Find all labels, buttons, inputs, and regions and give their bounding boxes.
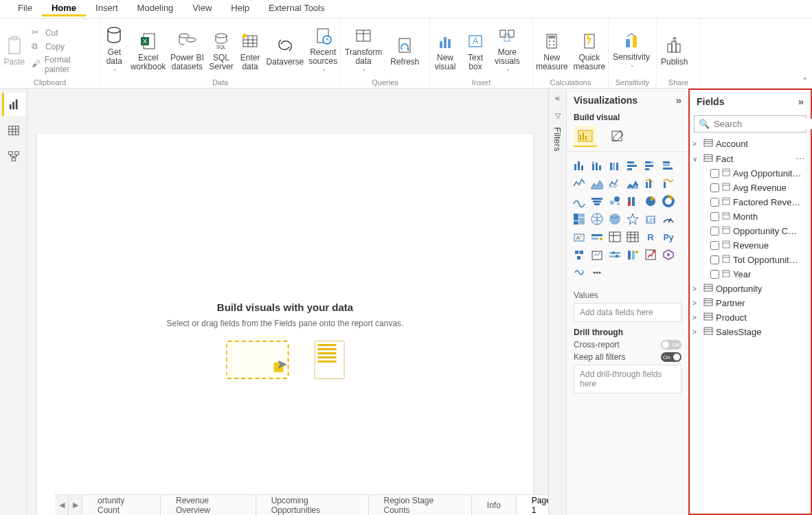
new-measure-button[interactable]: New measure	[533, 27, 571, 71]
text-box-button[interactable]: AText box	[460, 27, 490, 71]
viz-type-2[interactable]	[607, 157, 623, 174]
publish-button[interactable]: Publish	[657, 32, 692, 67]
viz-type-24[interactable]: Aᵀ	[571, 229, 587, 245]
data-view-button[interactable]	[2, 119, 25, 142]
tab-scroll-right[interactable]: ▶	[69, 495, 82, 515]
dataverse-button[interactable]: Dataverse	[264, 32, 306, 67]
field-revenue[interactable]: Revenue	[692, 238, 808, 253]
viz-type-28[interactable]: R	[642, 229, 659, 245]
fields-search-input[interactable]	[714, 119, 812, 129]
viz-type-23[interactable]	[660, 211, 677, 227]
viz-type-10[interactable]	[642, 175, 659, 192]
viz-type-36[interactable]	[571, 264, 587, 281]
page-tab-3[interactable]: Region Stage Counts	[369, 495, 472, 515]
drill-drop-zone[interactable]: Add drill-through fields here	[574, 365, 681, 393]
field-year[interactable]: Year	[692, 267, 808, 282]
format-painter-button[interactable]: 🖌Format painter	[29, 54, 97, 76]
sql-server-button[interactable]: SQLSQL Server	[206, 27, 236, 71]
viz-type-7[interactable]	[589, 175, 605, 192]
viz-type-32[interactable]	[607, 247, 623, 263]
viz-type-33[interactable]	[624, 247, 641, 263]
table-product[interactable]: >Product	[692, 310, 808, 325]
quick-measure-button[interactable]: Quick measure	[571, 27, 609, 71]
viz-type-0[interactable]	[571, 157, 587, 174]
viz-type-30[interactable]	[571, 247, 587, 263]
recent-sources-button[interactable]: Recent sources	[306, 22, 340, 76]
viz-type-22[interactable]: 123	[642, 211, 659, 227]
pbi-datasets-button[interactable]: Power BI datasets	[168, 27, 207, 71]
menu-insert[interactable]: Insert	[86, 0, 128, 14]
page-tab-4[interactable]: Info	[472, 495, 517, 515]
new-visual-button[interactable]: New visual	[430, 27, 460, 71]
viz-type-29[interactable]: Py	[660, 229, 677, 245]
get-data-button[interactable]: Get data	[100, 22, 128, 76]
viz-type-25[interactable]	[589, 229, 605, 245]
viz-type-26[interactable]	[607, 229, 623, 245]
page-tab-1[interactable]: Revenue Overview	[161, 495, 256, 515]
table-salesstage[interactable]: >SalesStage	[692, 325, 808, 339]
table-account[interactable]: >Account	[692, 137, 808, 151]
fields-collapse-button[interactable]: »	[798, 95, 804, 107]
viz-type-13[interactable]	[589, 193, 605, 209]
viz-type-5[interactable]	[660, 157, 677, 174]
viz-type-34[interactable]	[642, 247, 659, 263]
viz-collapse-button[interactable]: »	[676, 94, 681, 106]
report-view-button[interactable]	[2, 93, 25, 116]
model-view-button[interactable]	[2, 145, 25, 168]
viz-type-31[interactable]	[589, 247, 605, 263]
viz-type-4[interactable]	[642, 157, 659, 174]
viz-type-16[interactable]	[642, 193, 659, 209]
viz-type-27[interactable]	[624, 229, 641, 245]
viz-type-12[interactable]	[571, 193, 587, 209]
copy-button[interactable]: ⧉Copy	[29, 40, 97, 54]
filters-pane-collapsed[interactable]: « ▽ Filters	[548, 89, 566, 515]
viz-type-11[interactable]	[660, 175, 677, 192]
sensitivity-button[interactable]: Sensitivity	[609, 27, 654, 72]
menu-home[interactable]: Home	[42, 0, 86, 16]
cross-report-toggle[interactable]: Off	[661, 340, 681, 350]
page-tab-5[interactable]: Page 1	[517, 495, 548, 515]
menu-external-tools[interactable]: External Tools	[259, 0, 334, 14]
format-visual-tab[interactable]	[607, 126, 630, 147]
report-canvas[interactable]: Build visuals with your data Select or d…	[37, 134, 533, 515]
table-opportunity[interactable]: >Opportunity	[692, 282, 808, 296]
viz-type-3[interactable]	[624, 157, 641, 174]
menu-help[interactable]: Help	[221, 0, 259, 14]
more-visuals-button[interactable]: More visuals	[490, 22, 524, 76]
transform-data-button[interactable]: Transform data	[341, 22, 386, 76]
fields-search[interactable]: 🔍	[694, 115, 807, 133]
cut-button[interactable]: ✂Cut	[29, 26, 97, 40]
viz-type-8[interactable]	[607, 175, 623, 192]
page-tab-2[interactable]: Upcoming Opportunities	[256, 495, 369, 515]
table-partner[interactable]: >Partner	[692, 296, 808, 310]
viz-type-21[interactable]	[624, 211, 641, 227]
viz-type-18[interactable]	[571, 211, 587, 227]
viz-type-20[interactable]	[607, 211, 623, 227]
viz-type-14[interactable]	[607, 193, 623, 209]
viz-type-37[interactable]	[589, 264, 605, 281]
viz-type-6[interactable]	[571, 175, 587, 192]
menu-view[interactable]: View	[183, 0, 221, 14]
viz-type-35[interactable]	[660, 247, 677, 263]
page-tab-0[interactable]: ortunity Count	[82, 495, 161, 515]
menu-file[interactable]: File	[8, 0, 42, 14]
field-month[interactable]: Month	[692, 209, 808, 224]
viz-type-9[interactable]	[624, 175, 641, 192]
build-visual-tab[interactable]	[574, 126, 597, 147]
field-factored-revenue[interactable]: Factored Revenue	[692, 195, 808, 209]
table-fact[interactable]: ∨Fact⋯	[692, 151, 808, 166]
menu-modeling[interactable]: Modeling	[128, 0, 183, 14]
viz-type-19[interactable]	[589, 211, 605, 227]
field-tot-opportunity-[interactable]: Tot Opportunity ...	[692, 253, 808, 267]
field-avg-opportunity-[interactable]: Avg Opportunity...	[692, 166, 808, 181]
paste-button[interactable]: Paste	[0, 32, 29, 67]
field-opportunity-cou-[interactable]: Opportunity Cou...	[692, 224, 808, 238]
viz-type-1[interactable]	[589, 157, 605, 174]
field-avg-revenue[interactable]: Avg Revenue	[692, 181, 808, 195]
excel-button[interactable]: XExcel workbook	[128, 27, 168, 71]
enter-data-button[interactable]: Enter data	[236, 27, 264, 71]
refresh-button[interactable]: Refresh	[386, 32, 423, 67]
filters-expand-icon[interactable]: «	[555, 89, 560, 107]
tab-scroll-left[interactable]: ◀	[55, 495, 69, 515]
viz-type-17[interactable]	[660, 193, 677, 209]
